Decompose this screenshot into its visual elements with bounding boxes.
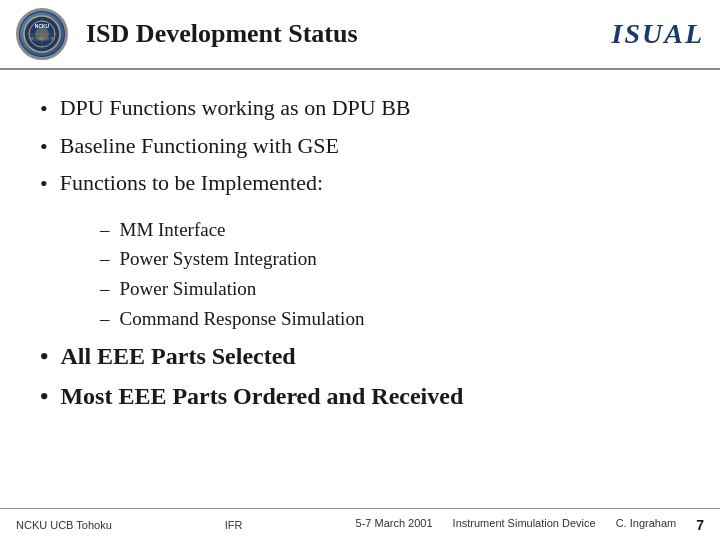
sub-list: – MM Interface – Power System Integratio…	[100, 217, 680, 336]
bullet-1: • DPU Functions working as on DPU BB	[40, 94, 680, 124]
bullet-text-b1: All EEE Parts Selected	[60, 341, 295, 372]
footer-author: C. Ingraham	[616, 517, 677, 533]
dash-3: –	[100, 276, 110, 302]
sub-text-4: Command Response Simulation	[120, 306, 365, 332]
bullet-2: • Baseline Functioning with GSE	[40, 132, 680, 162]
footer-right: 5-7 March 2001 Instrument Simulation Dev…	[356, 517, 704, 533]
sub-item-1: – MM Interface	[100, 217, 680, 243]
footer-left: NCKU UCB Tohoku	[16, 519, 112, 531]
bullet-char-2: •	[40, 133, 48, 162]
bullet-text-3: Functions to be Implemented:	[60, 169, 323, 198]
content: • DPU Functions working as on DPU BB • B…	[0, 70, 720, 508]
sub-item-3: – Power Simulation	[100, 276, 680, 302]
sub-text-2: Power System Integration	[120, 246, 317, 272]
bullet-char-1: •	[40, 95, 48, 124]
sub-item-2: – Power System Integration	[100, 246, 680, 272]
bullet-bottom-1: • All EEE Parts Selected	[40, 341, 680, 372]
footer-page: 7	[696, 517, 704, 533]
header-title: ISD Development Status	[86, 19, 612, 49]
sub-text-3: Power Simulation	[120, 276, 257, 302]
footer-date: 5-7 March 2001	[356, 517, 433, 533]
logo-inner: NCKU 國立成功大學	[20, 12, 64, 56]
dash-2: –	[100, 246, 110, 272]
footer-center: IFR	[225, 519, 243, 531]
footer: NCKU UCB Tohoku IFR 5-7 March 2001 Instr…	[0, 508, 720, 540]
bullets-top: • DPU Functions working as on DPU BB • B…	[40, 94, 680, 207]
bullet-char-3: •	[40, 170, 48, 199]
bullet-text-1: DPU Functions working as on DPU BB	[60, 94, 411, 123]
bullets-bottom: • All EEE Parts Selected • Most EEE Part…	[40, 341, 680, 419]
header: NCKU 國立成功大學 ISD Development Status ISUAL	[0, 0, 720, 70]
bullet-char-b1: •	[40, 341, 48, 372]
slide: NCKU 國立成功大學 ISD Development Status ISUAL…	[0, 0, 720, 540]
bullet-3: • Functions to be Implemented:	[40, 169, 680, 199]
dash-4: –	[100, 306, 110, 332]
dash-1: –	[100, 217, 110, 243]
bullet-text-b2: Most EEE Parts Ordered and Received	[60, 381, 463, 412]
footer-instrument: Instrument Simulation Device	[453, 517, 596, 533]
bullet-text-2: Baseline Functioning with GSE	[60, 132, 339, 161]
isual-logo: ISUAL	[612, 18, 704, 50]
sub-item-4: – Command Response Simulation	[100, 306, 680, 332]
logo-circle: NCKU 國立成功大學	[16, 8, 68, 60]
bullet-char-b2: •	[40, 381, 48, 412]
sub-text-1: MM Interface	[120, 217, 226, 243]
bullet-bottom-2: • Most EEE Parts Ordered and Received	[40, 381, 680, 412]
